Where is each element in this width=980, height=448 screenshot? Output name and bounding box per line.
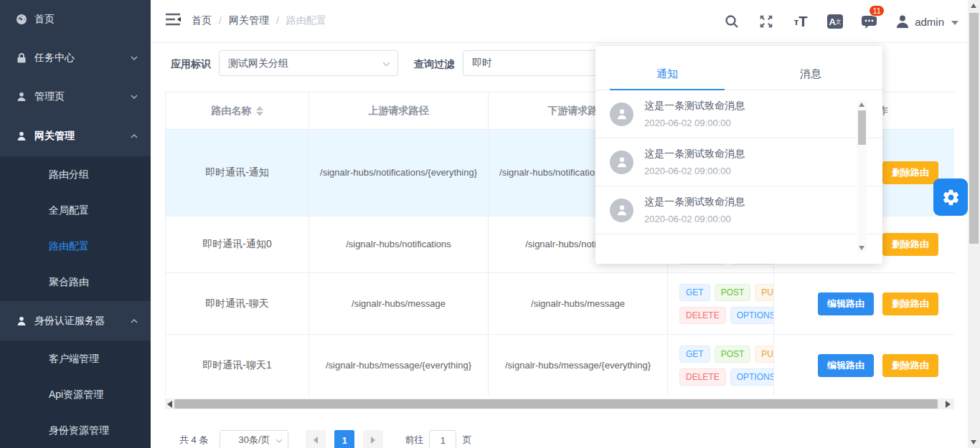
breadcrumb-gateway[interactable]: 网关管理	[229, 14, 269, 27]
col-header-route-name[interactable]: 路由名称	[166, 92, 309, 130]
table-row[interactable]: 即时通讯-聊天 /signalr-hubs/message /signalr-h…	[166, 273, 954, 335]
sort-icon[interactable]	[256, 106, 263, 116]
delete-route-button[interactable]: 删除路由	[882, 161, 938, 184]
list-item[interactable]: 这是一条测试致命消息 2020-06-02 09:00:00	[595, 90, 882, 138]
scroll-down-icon[interactable]	[859, 246, 864, 250]
route-name-cell: 即时通讯-聊天1	[166, 335, 309, 396]
search-icon[interactable]	[722, 12, 741, 31]
upstream-cell: /signalr-hubs/notifications	[309, 216, 489, 272]
downstream-cell: /signalr-hubs/message	[489, 273, 668, 334]
user-menu[interactable]: admin	[895, 14, 958, 29]
font-size-icon[interactable]: тT	[791, 12, 810, 31]
notification-time: 2020-06-02 09:00:00	[644, 118, 745, 128]
delete-route-button[interactable]: 删除路由	[882, 354, 938, 377]
edit-route-button[interactable]: 编辑路由	[818, 292, 874, 315]
route-name-cell: 即时通讯-通知	[166, 130, 309, 216]
user-icon	[16, 91, 27, 103]
list-item[interactable]: 这是一条测试致命消息 2020-06-02 09:00:00	[595, 186, 882, 234]
tab-messages[interactable]: 消息	[739, 46, 882, 90]
chevron-down-icon	[382, 60, 390, 68]
methods-cell: GETPOSTPUT DELETEOPTIONS	[668, 273, 774, 334]
sidebar-item-api-resources[interactable]: Api资源管理	[0, 376, 151, 412]
next-page-button[interactable]	[363, 430, 383, 448]
table-row[interactable]: 即时通讯-聊天1 /signalr-hubs/message/{everythi…	[166, 335, 954, 396]
message-count-badge: 11	[869, 5, 885, 16]
sidebar-item-label: 管理页	[34, 90, 65, 103]
sidebar-item-label: 网关管理	[34, 130, 75, 143]
col-header-upstream: 上游请求路径	[309, 92, 489, 130]
upstream-cell: /signalr-hubs/message	[309, 273, 489, 334]
scroll-left-icon[interactable]	[167, 401, 172, 408]
route-name-cell: 即时通讯-聊天	[166, 273, 309, 334]
popup-tabs: 通知 消息	[595, 46, 882, 90]
pagination: 共 4 条 30条/页 1 前往 页	[179, 430, 471, 448]
table-horizontal-scrollbar[interactable]	[165, 399, 954, 409]
user-icon	[16, 130, 27, 142]
goto-page-input[interactable]	[429, 430, 456, 448]
sidebar-item-client-mgmt[interactable]: 客户端管理	[0, 340, 151, 376]
sidebar-item-gateway[interactable]: 网关管理	[0, 117, 151, 156]
settings-button[interactable]	[933, 178, 968, 216]
notification-title: 这是一条测试致命消息	[644, 100, 745, 113]
scrollbar-thumb[interactable]	[969, 13, 979, 244]
username: admin	[915, 16, 944, 28]
scroll-up-icon[interactable]	[971, 4, 976, 8]
sidebar-item-admin-pages[interactable]: 管理页	[0, 77, 151, 116]
chevron-up-icon	[131, 133, 138, 140]
sidebar-item-identity-server[interactable]: 身份认证服务器	[0, 301, 151, 340]
sidebar-item-tasks[interactable]: 任务中心	[0, 39, 151, 77]
methods-cell: GETPOSTPUT DELETEOPTIONS	[668, 335, 774, 396]
scroll-right-icon[interactable]	[946, 401, 951, 408]
sidebar-item-route-groups[interactable]: 路由分组	[0, 156, 151, 192]
tab-notifications[interactable]: 通知	[595, 46, 739, 90]
current-page-button[interactable]: 1	[334, 430, 354, 448]
sidebar-item-aggregate-routes[interactable]: 聚合路由	[0, 264, 151, 300]
chevron-down-icon	[131, 93, 138, 100]
notification-title: 这是一条测试致命消息	[644, 148, 745, 161]
delete-route-button[interactable]: 删除路由	[882, 233, 938, 256]
topbar: 首页 / 网关管理 / 路由配置 тT A文 11	[151, 0, 980, 43]
fullscreen-icon[interactable]	[757, 12, 776, 31]
edit-route-button[interactable]: 编辑路由	[818, 354, 874, 377]
translate-icon[interactable]: A文	[826, 12, 844, 31]
breadcrumb: 首页 / 网关管理 / 路由配置	[192, 14, 326, 27]
chevron-down-icon	[951, 21, 958, 25]
chevron-down-icon	[131, 54, 138, 62]
avatar	[610, 199, 633, 222]
delete-route-button[interactable]: 删除路由	[882, 292, 938, 315]
sidebar-item-global-config[interactable]: 全局配置	[0, 192, 151, 228]
breadcrumb-home[interactable]: 首页	[192, 14, 212, 27]
sidebar-item-id-resources[interactable]: 身份资源管理	[0, 412, 151, 448]
page-size-select[interactable]: 30条/页	[220, 430, 288, 448]
method-tag: POST	[715, 345, 751, 363]
avatar	[895, 14, 910, 29]
scrollbar-thumb[interactable]	[858, 110, 866, 145]
upstream-cell: /signalr-hubs/message/{everything}	[309, 335, 489, 396]
app-id-label: 应用标识	[171, 58, 211, 71]
prev-page-button[interactable]	[306, 430, 326, 448]
popup-scrollbar[interactable]	[857, 100, 867, 252]
total-count: 共 4 条	[179, 434, 208, 447]
sidebar-submenu-gateway: 路由分组 全局配置 路由配置 聚合路由	[0, 156, 151, 301]
method-tag: GET	[679, 345, 710, 363]
app-group-select[interactable]: 测试网关分组	[219, 50, 398, 76]
method-tag: DELETE	[679, 368, 726, 386]
chevron-up-icon	[131, 318, 138, 325]
method-tag: POST	[715, 284, 751, 301]
sidebar-item-route-config[interactable]: 路由配置	[0, 228, 151, 264]
scroll-up-icon[interactable]	[859, 103, 864, 107]
notification-title: 这是一条测试致命消息	[644, 196, 745, 209]
sidebar-item-home[interactable]: 首页	[0, 0, 151, 39]
page-scrollbar[interactable]	[968, 0, 980, 448]
method-tag: PUT	[755, 284, 774, 301]
notification-time: 2020-06-02 09:00:00	[644, 214, 745, 224]
method-tag: PUT	[755, 345, 774, 363]
list-item[interactable]: 这是一条测试致命消息 2020-06-02 09:00:00	[595, 138, 882, 186]
messages-icon[interactable]: 11	[860, 12, 879, 31]
scroll-down-icon[interactable]	[971, 440, 976, 444]
sidebar-submenu-identity: 客户端管理 Api资源管理 身份资源管理	[0, 340, 151, 448]
method-tag: DELETE	[679, 307, 726, 324]
sidebar-collapse-icon[interactable]	[164, 10, 184, 30]
app-root: 首页 任务中心 管理页 网关管理	[0, 0, 980, 448]
scrollbar-thumb[interactable]	[174, 399, 938, 409]
